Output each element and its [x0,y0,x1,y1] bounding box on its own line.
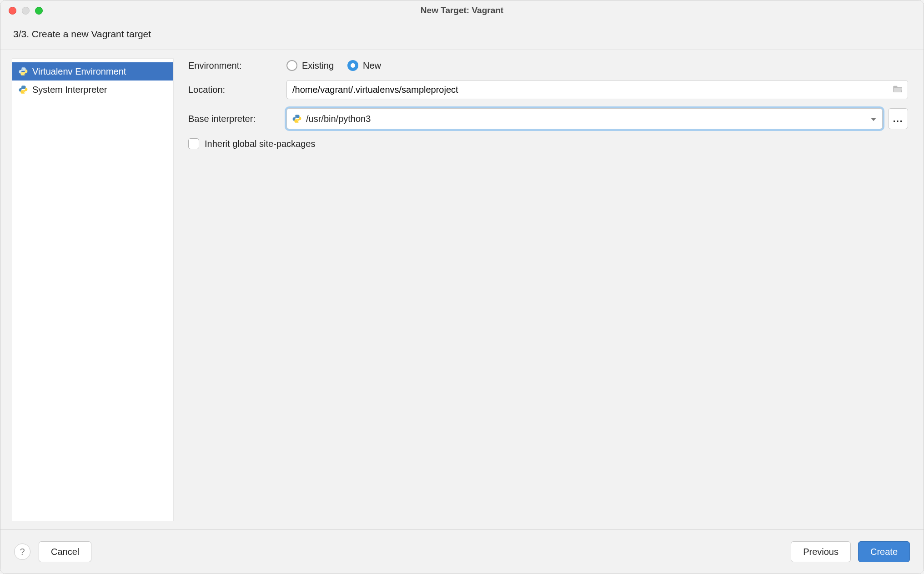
radio-circle-icon [286,60,297,71]
python-icon [19,67,28,76]
radio-existing[interactable]: Existing [286,60,334,71]
previous-button-label: Previous [803,547,839,557]
help-icon: ? [20,547,25,557]
window-title: New Target: Vagrant [0,5,924,15]
environment-label: Environment: [188,60,286,71]
footer: ? Cancel Previous Create [0,530,924,574]
chevron-down-icon [870,114,877,124]
window-maximize-button[interactable] [35,7,43,15]
create-button[interactable]: Create [858,541,910,562]
footer-right: Previous Create [791,541,910,562]
base-interpreter-row: Base interpreter: /usr/bin/python3 ... [188,108,908,129]
location-row: Location: [188,80,908,99]
inherit-row: Inherit global site-packages [188,138,908,149]
sidebar-item-label: System Interpreter [32,85,107,95]
cancel-button[interactable]: Cancel [39,541,91,562]
radio-circle-icon [347,60,358,71]
inherit-checkbox[interactable] [188,138,199,149]
radio-existing-label: Existing [302,60,334,71]
radio-new[interactable]: New [347,60,381,71]
create-button-label: Create [870,547,898,557]
base-interpreter-value: /usr/bin/python3 [306,114,870,124]
previous-button[interactable]: Previous [791,541,851,562]
cancel-button-label: Cancel [51,547,79,557]
python-icon [19,85,28,94]
wizard-step-label: 3/3. Create a new Vagrant target [0,20,924,50]
python-icon [292,114,301,123]
sidebar-item-virtualenv[interactable]: Virtualenv Environment [12,62,173,81]
form-panel: Environment: Existing New Location: [174,50,924,529]
browse-interpreter-button[interactable]: ... [888,108,908,129]
browse-folder-icon[interactable] [893,85,903,95]
location-label: Location: [188,85,286,95]
window-minimize-button[interactable] [22,7,30,15]
main-area: Virtualenv Environment System Interprete… [0,50,924,529]
base-interpreter-dropdown[interactable]: /usr/bin/python3 [286,108,883,129]
window-controls [9,7,43,15]
environment-row: Environment: Existing New [188,60,908,71]
sidebar-item-label: Virtualenv Environment [32,66,126,77]
base-interpreter-label: Base interpreter: [188,114,286,124]
location-input-wrap [286,80,908,99]
sidebar-item-system-interpreter[interactable]: System Interpreter [12,81,173,99]
window-close-button[interactable] [9,7,16,15]
dialog-window: New Target: Vagrant 3/3. Create a new Va… [0,0,924,574]
ellipsis-label: ... [893,114,904,124]
help-button[interactable]: ? [14,544,30,560]
radio-new-label: New [363,60,381,71]
sidebar: Virtualenv Environment System Interprete… [12,58,174,521]
titlebar: New Target: Vagrant [0,0,924,20]
inherit-label: Inherit global site-packages [205,139,315,149]
location-input[interactable] [291,84,889,96]
environment-radio-group: Existing New [286,60,381,71]
